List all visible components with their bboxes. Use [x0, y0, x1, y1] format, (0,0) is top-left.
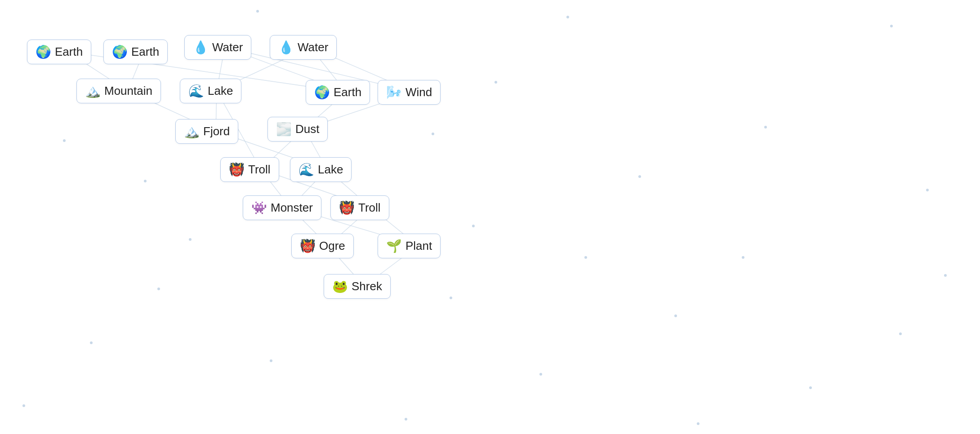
- element-label-fjord: Fjord: [203, 124, 230, 138]
- element-label-monster: Monster: [271, 201, 313, 215]
- decorative-dot: [90, 341, 93, 344]
- element-emoji-earth2: 🌍: [112, 44, 128, 59]
- element-label-lake2: Lake: [318, 163, 343, 177]
- element-label-troll2: Troll: [358, 201, 381, 215]
- element-emoji-shrek: 🐸: [332, 279, 348, 294]
- element-label-shrek: Shrek: [352, 279, 382, 293]
- decorative-dot: [270, 359, 272, 362]
- element-emoji-plant: 🌱: [386, 239, 402, 253]
- decorative-dot: [432, 133, 434, 135]
- element-card-earth3[interactable]: 🌍Earth: [306, 80, 370, 105]
- element-label-dust: Dust: [295, 122, 319, 136]
- decorative-dot: [584, 256, 587, 259]
- element-card-mountain[interactable]: 🏔️Mountain: [76, 79, 161, 103]
- connections-layer: [0, 0, 980, 434]
- element-emoji-troll1: 👹: [229, 162, 245, 177]
- element-card-shrek[interactable]: 🐸Shrek: [324, 274, 391, 299]
- element-emoji-monster: 👾: [251, 200, 267, 215]
- element-card-ogre[interactable]: 👹Ogre: [291, 234, 354, 258]
- element-card-earth1[interactable]: 🌍Earth: [27, 40, 91, 64]
- element-label-mountain: Mountain: [104, 84, 152, 98]
- element-label-lake1: Lake: [208, 84, 233, 98]
- decorative-dot: [22, 404, 25, 407]
- decorative-dot: [944, 274, 947, 277]
- element-card-dust[interactable]: 🌫️Dust: [267, 117, 328, 142]
- element-card-troll2[interactable]: 👹Troll: [330, 195, 389, 220]
- decorative-dot: [899, 332, 902, 335]
- element-card-troll1[interactable]: 👹Troll: [220, 157, 279, 182]
- element-label-ogre: Ogre: [319, 239, 345, 253]
- element-card-monster[interactable]: 👾Monster: [243, 195, 321, 220]
- decorative-dot: [144, 180, 147, 182]
- element-label-earth3: Earth: [334, 85, 361, 99]
- element-emoji-lake2: 🌊: [298, 162, 314, 177]
- element-emoji-earth3: 🌍: [314, 85, 330, 100]
- element-emoji-earth1: 🌍: [36, 44, 51, 59]
- element-label-plant: Plant: [405, 239, 432, 253]
- decorative-dot: [539, 373, 542, 376]
- element-emoji-troll2: 👹: [339, 200, 355, 215]
- decorative-dot: [566, 16, 569, 18]
- element-emoji-wind: 🌬️: [386, 85, 402, 100]
- decorative-dot: [809, 386, 812, 389]
- decorative-dot: [405, 418, 407, 421]
- element-card-water2[interactable]: 💧Water: [270, 35, 337, 60]
- decorative-dot: [256, 10, 259, 13]
- decorative-dot: [189, 238, 192, 241]
- element-emoji-fjord: 🏔️: [184, 124, 200, 139]
- element-label-earth1: Earth: [55, 45, 83, 59]
- element-card-lake2[interactable]: 🌊Lake: [290, 157, 352, 182]
- decorative-dot: [890, 25, 893, 27]
- element-label-wind: Wind: [405, 85, 432, 99]
- element-label-earth2: Earth: [131, 45, 159, 59]
- element-emoji-water1: 💧: [193, 40, 209, 55]
- decorative-dot: [742, 256, 744, 259]
- element-card-fjord[interactable]: 🏔️Fjord: [175, 119, 238, 144]
- element-emoji-lake1: 🌊: [188, 84, 204, 98]
- element-card-plant[interactable]: 🌱Plant: [378, 234, 441, 258]
- element-emoji-dust: 🌫️: [276, 122, 292, 137]
- decorative-dot: [926, 189, 929, 191]
- decorative-dot: [472, 225, 475, 227]
- element-label-troll1: Troll: [248, 163, 271, 177]
- decorative-dot: [674, 314, 677, 317]
- decorative-dot: [157, 288, 160, 290]
- decorative-dot: [63, 139, 66, 142]
- decorative-dot: [697, 422, 699, 425]
- decorative-dot: [638, 175, 641, 178]
- decorative-dot: [450, 297, 452, 299]
- element-card-water1[interactable]: 💧Water: [184, 35, 251, 60]
- element-emoji-water2: 💧: [278, 40, 294, 55]
- element-emoji-mountain: 🏔️: [85, 84, 101, 98]
- decorative-dot: [494, 81, 497, 84]
- element-card-earth2[interactable]: 🌍Earth: [103, 40, 168, 64]
- element-card-wind[interactable]: 🌬️Wind: [378, 80, 441, 105]
- element-label-water2: Water: [298, 40, 328, 54]
- element-card-lake1[interactable]: 🌊Lake: [180, 79, 241, 103]
- element-label-water1: Water: [212, 40, 243, 54]
- decorative-dot: [764, 126, 767, 128]
- element-emoji-ogre: 👹: [300, 239, 316, 253]
